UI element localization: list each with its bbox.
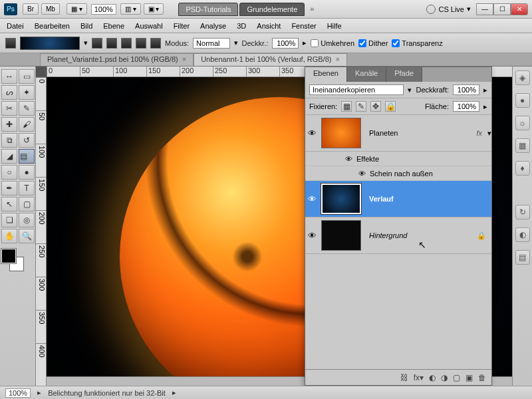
cslive-label[interactable]: CS Live <box>438 5 464 13</box>
cslive-icon[interactable] <box>426 5 436 14</box>
eraser-tool[interactable]: ◢ <box>1 149 17 164</box>
outer-glow-row[interactable]: 👁 Schein nach außen <box>305 166 491 181</box>
chevron-down-icon[interactable]: ▾ <box>467 5 471 13</box>
path-select-tool[interactable]: ↖ <box>1 197 17 211</box>
brush-dock-icon[interactable]: ◐ <box>515 227 530 242</box>
menu-analyse[interactable]: Analyse <box>200 22 226 30</box>
layer-mask-icon[interactable]: ◐ <box>429 373 436 382</box>
transparency-checkbox[interactable]: Transparenz <box>392 39 442 47</box>
workspace-tab[interactable]: Grundelemente <box>239 3 305 16</box>
layer-opacity-input[interactable]: 100% <box>453 84 479 95</box>
document-tab[interactable]: Unbenannt-1 bei 100% (Verlauf, RGB/8)× <box>194 53 347 66</box>
chevron-down-icon[interactable]: ▾ <box>234 39 238 47</box>
delete-layer-icon[interactable]: 🗑 <box>478 373 486 382</box>
lock-pixels-icon[interactable]: ✎ <box>356 101 366 112</box>
layers-dock-icon[interactable]: ◈ <box>515 70 530 85</box>
arrange-button[interactable]: ▥ ▾ <box>120 3 141 15</box>
hand-tool[interactable]: ✋ <box>1 229 17 243</box>
arrow-right-icon[interactable]: ▸ <box>483 102 487 111</box>
menu-fenster[interactable]: Fenster <box>291 22 316 30</box>
menu-hilfe[interactable]: Hilfe <box>327 22 342 30</box>
menu-ansicht[interactable]: Ansicht <box>257 22 281 30</box>
layer-name[interactable]: Planeten <box>364 129 476 137</box>
minibridge-button[interactable]: Mb <box>41 3 60 15</box>
3d-tool[interactable]: ❏ <box>1 213 17 227</box>
arrow-right-icon[interactable]: ▸ <box>172 388 176 397</box>
healing-tool[interactable]: ✚ <box>1 117 17 132</box>
chevron-down-icon[interactable]: ▾ <box>408 86 412 94</box>
status-zoom[interactable]: 100% <box>5 388 31 398</box>
layer-thumbnail[interactable] <box>321 118 361 148</box>
more-workspaces-icon[interactable]: » <box>306 3 318 16</box>
document-tab[interactable]: Planet_Variante1.psd bei 100% (RGB/8)× <box>40 53 194 66</box>
layer-row[interactable]: 👁 Planeten fx ▾ <box>305 115 491 152</box>
group-icon[interactable]: ▢ <box>453 373 460 382</box>
fx-badge[interactable]: fx <box>476 129 482 137</box>
visibility-icon[interactable]: 👁 <box>305 229 319 242</box>
brush-tool[interactable]: 🖌 <box>19 117 35 132</box>
visibility-icon[interactable]: 👁 <box>305 126 319 140</box>
layer-thumbnail[interactable] <box>321 184 361 214</box>
reverse-checkbox[interactable]: Umkehren <box>311 39 354 47</box>
tool-preset-picker[interactable] <box>5 38 16 49</box>
menu-auswahl[interactable]: Auswahl <box>135 22 163 30</box>
layer-name[interactable]: Hintergrund <box>364 231 477 239</box>
history-brush-tool[interactable]: ↺ <box>19 133 35 148</box>
magic-wand-tool[interactable]: ✦ <box>19 85 35 100</box>
gradient-tool[interactable]: ▤ <box>19 149 35 164</box>
lasso-tool[interactable]: ᔕ <box>1 85 17 100</box>
gradient-preview[interactable] <box>20 37 80 50</box>
shape-tool[interactable]: ▢ <box>19 197 35 211</box>
marquee-tool[interactable]: ▭ <box>19 69 35 84</box>
close-button[interactable]: ✕ <box>511 3 528 15</box>
adjustment-layer-icon[interactable]: ◑ <box>441 373 448 382</box>
visibility-icon[interactable]: 👁 <box>358 170 366 178</box>
color-dock-icon[interactable]: ● <box>515 93 530 108</box>
lock-transparency-icon[interactable]: ▦ <box>341 101 352 112</box>
diamond-gradient-icon[interactable] <box>150 38 161 49</box>
arrow-right-icon[interactable]: ▸ <box>483 86 487 94</box>
history-dock-icon[interactable]: ↻ <box>515 205 530 219</box>
tab-pfade[interactable]: Pfade <box>386 67 422 82</box>
eyedropper-tool[interactable]: ✎ <box>19 101 35 116</box>
zoom-level[interactable]: 100% <box>91 4 116 15</box>
adjustments-dock-icon[interactable]: ☼ <box>515 116 530 130</box>
link-layers-icon[interactable]: ⛓ <box>400 373 408 382</box>
dither-checkbox[interactable]: Dither <box>358 39 388 47</box>
menu-datei[interactable]: Datei <box>7 22 24 30</box>
layer-fill-input[interactable]: 100% <box>453 101 479 112</box>
layer-style-icon[interactable]: fx▾ <box>414 373 424 382</box>
lock-all-icon[interactable]: 🔒 <box>385 101 396 112</box>
menu-3d[interactable]: 3D <box>237 22 246 30</box>
stamp-tool[interactable]: ⧉ <box>1 133 17 148</box>
maximize-button[interactable]: ☐ <box>493 3 511 15</box>
3d-camera-tool[interactable]: ◎ <box>19 213 35 227</box>
visibility-icon[interactable]: 👁 <box>345 155 352 163</box>
opacity-input[interactable]: 100% <box>272 38 299 49</box>
new-layer-icon[interactable]: ▣ <box>466 373 473 382</box>
color-swatches[interactable] <box>1 249 28 275</box>
workspace-tab[interactable]: PSD-Tutorials <box>178 3 238 16</box>
menu-ebene[interactable]: Ebene <box>103 22 124 30</box>
radial-gradient-icon[interactable] <box>106 38 117 49</box>
layer-thumbnail[interactable] <box>321 220 361 251</box>
visibility-icon[interactable]: 👁 <box>305 192 319 205</box>
blend-mode-select[interactable]: Normal <box>193 38 229 49</box>
tab-ebenen[interactable]: Ebenen <box>305 67 347 82</box>
chevron-down-icon[interactable]: ▾ <box>487 129 491 138</box>
layer-row[interactable]: 👁 Verlauf <box>305 181 491 217</box>
minimize-button[interactable]: — <box>476 3 493 15</box>
screen-mode-button[interactable]: ▣ ▾ <box>144 3 164 15</box>
close-icon[interactable]: × <box>335 55 339 63</box>
zoom-tool[interactable]: 🔍 <box>19 229 35 243</box>
chevron-down-icon[interactable]: ▾ <box>84 39 88 47</box>
view-extras-button[interactable]: ▦ ▾ <box>66 3 87 15</box>
reflected-gradient-icon[interactable] <box>136 38 146 49</box>
angle-gradient-icon[interactable] <box>121 38 132 49</box>
bridge-button[interactable]: Br <box>23 3 39 15</box>
effects-row[interactable]: 👁 Effekte <box>305 152 491 166</box>
linear-gradient-icon[interactable] <box>92 38 102 49</box>
menu-bearbeiten[interactable]: Bearbeiten <box>35 22 70 30</box>
close-icon[interactable]: × <box>182 55 186 63</box>
pen-tool[interactable]: ✒ <box>1 181 17 196</box>
